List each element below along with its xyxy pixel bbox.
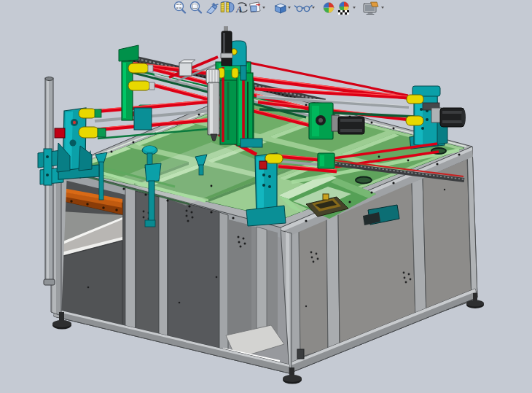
svg-text:A: A: [235, 4, 243, 15]
